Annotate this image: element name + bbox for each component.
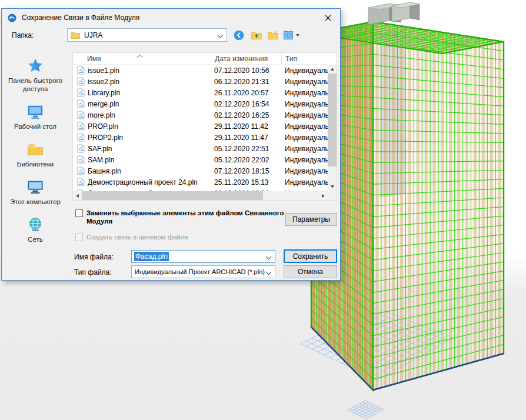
- sidebar-item-label: Сеть: [25, 235, 45, 244]
- folder-value: UJRA: [84, 31, 102, 39]
- scroll-up-arrow[interactable]: [328, 65, 337, 74]
- file-type: Индивидуаль...: [281, 89, 328, 97]
- file-date: 29.11.2020 11:47: [210, 134, 281, 142]
- column-header-date[interactable]: Дата изменения: [211, 53, 281, 64]
- chevron-down-icon: [218, 32, 224, 38]
- vertical-scroll-thumb[interactable]: [328, 74, 337, 166]
- sidebar-item[interactable]: Панель быстрого доступа: [2, 57, 69, 93]
- checkbox-label-disabled: Создать связь в целевом файле: [86, 233, 188, 241]
- dialog-titlebar[interactable]: Сохранение Связи в Файле Модуля: [2, 9, 340, 26]
- pln-file-icon: [77, 99, 86, 108]
- sidebar-item[interactable]: Этот компьютер: [2, 178, 69, 206]
- file-row[interactable]: merge.pln02.12.2020 16:54Индивидуаль...: [73, 98, 328, 109]
- file-name: Башня.pln: [86, 167, 210, 175]
- pln-file-icon: [77, 178, 86, 186]
- file-name-value: Фасад.pln: [134, 252, 169, 261]
- view-menu-chevron-icon[interactable]: [296, 34, 299, 36]
- file-name: PROP2.pln: [86, 134, 210, 142]
- file-name: PROP.pln: [86, 122, 210, 131]
- file-row[interactable]: Library.pln26.11.2020 20:57Индивидуаль..…: [73, 87, 328, 98]
- parameters-button[interactable]: Параметры: [285, 213, 337, 226]
- file-type: Индивидуаль...: [281, 156, 328, 164]
- libraries-icon: [26, 141, 44, 158]
- file-name-label: Имя файла:: [74, 253, 114, 261]
- sort-asc-icon: [137, 55, 143, 61]
- file-name: Демонстрационный проект 24.pln: [86, 178, 210, 186]
- new-folder-button[interactable]: [266, 28, 280, 42]
- file-row[interactable]: PROP2.pln29.11.2020 11:47Индивидуаль...: [73, 132, 328, 143]
- file-date: 05.12.2020 22:51: [210, 145, 281, 153]
- file-type: Индивидуаль...: [281, 122, 328, 131]
- file-row[interactable]: SAM.pln05.12.2020 22:02Индивидуаль...: [73, 154, 328, 165]
- folder-dropdown[interactable]: UJRA: [67, 28, 227, 42]
- file-date: 26.11.2020 20:57: [210, 89, 281, 97]
- file-name-input[interactable]: Фасад.pln: [131, 250, 275, 263]
- pln-file-icon: [77, 155, 86, 164]
- cancel-button[interactable]: Отмена: [284, 265, 337, 278]
- list-header: Имя Дата изменения Тип: [73, 53, 328, 65]
- folder-icon: [71, 31, 80, 39]
- vertical-scrollbar[interactable]: [328, 65, 337, 191]
- checkbox-label: Заменить выбранные элементы этим файлом …: [86, 209, 291, 225]
- file-date: 02.12.2020 16:25: [210, 111, 281, 119]
- column-header-name[interactable]: Имя: [73, 53, 211, 64]
- pln-file-icon: [77, 133, 86, 142]
- replace-elements-checkbox[interactable]: Заменить выбранные элементы этим файлом …: [75, 209, 291, 225]
- file-type: Индивидуаль...: [281, 134, 328, 142]
- create-link-checkbox: Создать связь в целевом файле: [75, 233, 188, 241]
- column-header-type[interactable]: Тип: [281, 53, 328, 64]
- pln-file-icon: [77, 88, 86, 97]
- save-link-dialog: Сохранение Связи в Файле Модуля Папка: U…: [1, 8, 341, 281]
- file-name: SAM.pln: [86, 156, 210, 164]
- chevron-down-icon[interactable]: [266, 254, 272, 260]
- file-row[interactable]: SAF.pln05.12.2020 22:51Индивидуаль...: [73, 143, 328, 154]
- back-button[interactable]: [232, 28, 246, 42]
- file-row[interactable]: more.pln02.12.2020 16:25Индивидуаль...: [73, 109, 328, 121]
- views-icon: [282, 29, 294, 41]
- scroll-left-arrow[interactable]: [73, 191, 82, 200]
- file-row[interactable]: issue2.pln06.12.2020 21:31Индивидуаль...: [73, 76, 328, 87]
- file-type-dropdown[interactable]: Индивидуальный Проект ARCHICAD (*.pln): [131, 265, 275, 278]
- archicad-3d-window: Сохранение Связи в Файле Модуля Папка: U…: [0, 0, 526, 420]
- file-name: issue2.pln: [86, 78, 210, 86]
- places-sidebar: Панель быстрого доступаРабочий столБибли…: [2, 57, 69, 244]
- file-date: 07.12.2020 18:15: [210, 167, 281, 175]
- scroll-right-arrow[interactable]: [319, 191, 328, 200]
- file-date: 29.11.2020 11:42: [210, 122, 281, 131]
- file-type: Индивидуаль...: [281, 66, 328, 75]
- pln-file-icon: [77, 144, 86, 153]
- checkbox-box-disabled: [75, 234, 83, 241]
- sidebar-item-label: Этот компьютер: [8, 198, 63, 206]
- desktop-icon: [26, 103, 44, 121]
- close-button[interactable]: [315, 9, 340, 26]
- dialog-toolbar: Папка: UJRA: [2, 28, 340, 42]
- up-folder-button[interactable]: [249, 28, 264, 42]
- scroll-down-arrow[interactable]: [328, 182, 337, 191]
- file-row[interactable]: Башня.pln07.12.2020 18:15Индивидуаль...: [73, 165, 328, 176]
- file-row[interactable]: PROP.pln29.11.2020 11:42Индивидуаль...: [73, 121, 328, 132]
- sidebar-item[interactable]: Библиотеки: [2, 141, 69, 168]
- file-type: Индивидуаль...: [281, 78, 328, 86]
- file-name: more.pln: [86, 111, 210, 119]
- save-button[interactable]: Сохранить: [284, 249, 337, 263]
- this-pc-icon: [26, 178, 44, 196]
- file-type-label: Тип файла:: [74, 268, 112, 276]
- file-row[interactable]: Демонстрационный проект 24.pln25.11.2020…: [73, 176, 328, 188]
- view-menu-button[interactable]: [281, 28, 295, 42]
- pln-file-icon: [77, 77, 86, 86]
- up-folder-icon: [251, 29, 262, 41]
- sidebar-item[interactable]: Рабочий стол: [2, 103, 69, 131]
- pln-file-icon: [77, 66, 86, 75]
- dialog-title: Сохранение Связи в Файле Модуля: [22, 14, 139, 22]
- sidebar-item-label: Рабочий стол: [12, 122, 59, 131]
- horizontal-scroll-thumb[interactable]: [82, 191, 263, 200]
- folder-label: Папка:: [12, 31, 34, 39]
- file-date: 07.12.2020 10:56: [210, 66, 281, 75]
- sidebar-item[interactable]: Сеть: [2, 216, 69, 244]
- file-row[interactable]: issue1.pln07.12.2020 10:56Индивидуаль...: [73, 65, 328, 76]
- file-name: merge.pln: [86, 100, 210, 108]
- checkbox-box[interactable]: [75, 209, 83, 217]
- scrollbar-corner: [328, 191, 337, 200]
- file-list: Имя Дата изменения Тип issue1.pln07.12.2…: [72, 52, 337, 201]
- horizontal-scrollbar[interactable]: [73, 191, 328, 200]
